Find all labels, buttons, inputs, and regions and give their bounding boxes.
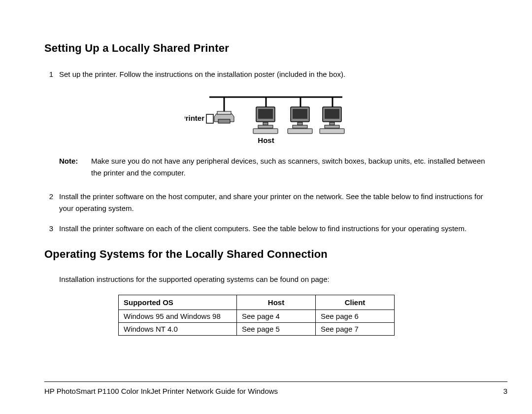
footer: HP PhotoSmart P1100 Color InkJet Printer…	[44, 381, 507, 395]
table-row: Windows NT 4.0 See page 5 See page 7	[119, 323, 395, 336]
printer-label: Printer	[185, 114, 204, 122]
client-monitor-icon-2	[320, 107, 344, 134]
step-2-text: Install the printer software on the host…	[59, 191, 493, 214]
host-monitor-icon	[253, 107, 278, 134]
cell-client: See page 7	[316, 323, 395, 336]
cell-client: See page 6	[316, 310, 395, 323]
host-label: Host	[258, 136, 274, 144]
footer-title: HP PhotoSmart P1100 Color InkJet Printer…	[44, 387, 278, 395]
step-3-number: 3	[44, 223, 59, 234]
cell-os: Windows 95 and Windows 98	[119, 310, 237, 323]
svg-rect-21	[325, 125, 339, 128]
cell-host: See page 4	[237, 310, 316, 323]
step-1: 1 Set up the printer. Follow the instruc…	[44, 69, 493, 80]
step-1-text: Set up the printer. Follow the instructi…	[59, 69, 493, 80]
svg-rect-15	[298, 122, 302, 125]
header-client: Client	[316, 295, 395, 310]
svg-rect-16	[293, 125, 307, 128]
svg-rect-22	[320, 129, 344, 134]
step-3: 3 Install the printer software on each o…	[44, 223, 493, 234]
step-1-number: 1	[44, 69, 59, 80]
svg-rect-17	[288, 129, 312, 134]
client-monitor-icon-1	[288, 107, 312, 134]
note-label: Note:	[59, 155, 89, 179]
svg-rect-5	[206, 114, 213, 123]
svg-rect-14	[293, 109, 307, 119]
table-header-row: Supported OS Host Client	[119, 295, 395, 310]
header-os: Supported OS	[119, 295, 237, 310]
section-heading-1: Setting Up a Locally Shared Printer	[44, 42, 493, 55]
svg-rect-9	[258, 109, 273, 119]
cell-os: Windows NT 4.0	[119, 323, 237, 336]
svg-rect-20	[330, 122, 334, 125]
svg-rect-19	[325, 109, 339, 119]
step-3-text: Install the printer software on each of …	[59, 223, 493, 234]
svg-rect-6	[217, 111, 231, 114]
svg-rect-11	[258, 125, 273, 128]
svg-rect-10	[263, 122, 268, 125]
os-table: Supported OS Host Client Windows 95 and …	[118, 295, 395, 336]
note-text: Make sure you do not have any peripheral…	[89, 155, 493, 179]
step-2-number: 2	[44, 191, 59, 214]
step-2: 2 Install the printer software on the ho…	[44, 191, 493, 214]
section-heading-2: Operating Systems for the Locally Shared…	[44, 248, 493, 261]
table-intro-text: Installation instructions for the suppor…	[44, 274, 493, 285]
cell-host: See page 5	[237, 323, 316, 336]
svg-rect-12	[253, 129, 278, 134]
header-host: Host	[237, 295, 316, 310]
svg-rect-7	[218, 119, 230, 123]
note-block: Note: Make sure you do not have any peri…	[44, 155, 493, 179]
page-number: 3	[503, 387, 507, 395]
table-row: Windows 95 and Windows 98 See page 4 See…	[119, 310, 395, 323]
network-diagram: Printer Host	[185, 92, 352, 146]
